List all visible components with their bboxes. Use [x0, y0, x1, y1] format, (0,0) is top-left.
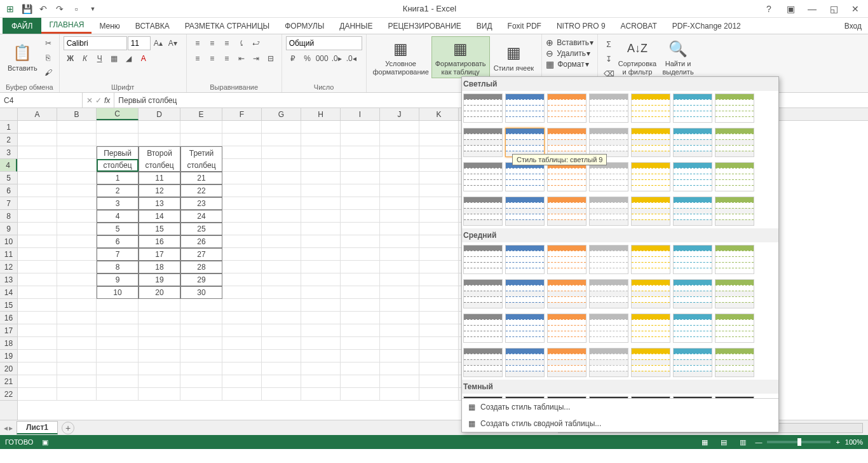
- cell-G15[interactable]: [262, 299, 301, 312]
- col-header-G[interactable]: G: [262, 108, 301, 120]
- col-header-I[interactable]: I: [341, 108, 380, 120]
- table-style-swatch[interactable]: [505, 314, 545, 343]
- cell-F4[interactable]: [222, 159, 262, 172]
- cell-D5[interactable]: 11: [139, 172, 180, 184]
- table-style-swatch[interactable]: [589, 197, 628, 226]
- cell-I15[interactable]: [341, 299, 380, 312]
- cell-G7[interactable]: [262, 197, 301, 210]
- cell-K14[interactable]: [419, 286, 459, 299]
- increase-font-icon[interactable]: A▴: [151, 36, 165, 50]
- row-header-2[interactable]: 2: [0, 134, 17, 146]
- font-size-select[interactable]: [128, 36, 151, 50]
- cell-C15[interactable]: [97, 299, 139, 312]
- cell-B6[interactable]: [57, 184, 97, 197]
- cell-E13[interactable]: 29: [180, 273, 222, 286]
- cell-K9[interactable]: [419, 223, 459, 235]
- cell-H18[interactable]: [301, 337, 341, 350]
- fx-icon[interactable]: fx: [104, 96, 110, 105]
- table-style-swatch[interactable]: [505, 197, 545, 226]
- percent-icon[interactable]: %: [301, 52, 315, 66]
- redo-icon[interactable]: ↷: [52, 2, 67, 16]
- cell-F15[interactable]: [222, 299, 262, 312]
- wrap-text-icon[interactable]: ⮐: [249, 36, 263, 50]
- cell-K13[interactable]: [419, 273, 459, 286]
- table-style-swatch[interactable]: [589, 279, 628, 308]
- cell-A14[interactable]: [18, 286, 57, 299]
- cell-F10[interactable]: [222, 235, 262, 248]
- row-header-8[interactable]: 8: [0, 210, 17, 223]
- table-style-swatch[interactable]: [589, 314, 628, 343]
- cell-D15[interactable]: [139, 299, 180, 312]
- decrease-decimal-icon[interactable]: .0◂: [344, 52, 358, 66]
- cell-A10[interactable]: [18, 235, 57, 248]
- fill-icon[interactable]: ↧: [602, 52, 616, 66]
- cell-D12[interactable]: 18: [139, 261, 180, 273]
- cell-G22[interactable]: [262, 388, 301, 401]
- cell-J18[interactable]: [380, 337, 419, 350]
- cell-C7[interactable]: 3: [97, 197, 139, 210]
- table-style-swatch[interactable]: [715, 348, 754, 377]
- tab-разметка-страницы[interactable]: РАЗМЕТКА СТРАНИЦЫ: [177, 18, 278, 34]
- tab-file[interactable]: ФАЙЛ: [3, 18, 41, 34]
- cut-icon[interactable]: ✂: [41, 36, 55, 50]
- new-table-style-button[interactable]: ▦ Создать стиль таблицы...: [462, 399, 778, 415]
- cell-B14[interactable]: [57, 286, 97, 299]
- cell-D13[interactable]: 19: [139, 273, 180, 286]
- cell-E17[interactable]: [180, 324, 222, 337]
- cell-H15[interactable]: [301, 299, 341, 312]
- cell-K5[interactable]: [419, 172, 459, 184]
- cell-B18[interactable]: [57, 337, 97, 350]
- table-style-swatch[interactable]: [463, 314, 503, 343]
- cell-A2[interactable]: [18, 134, 57, 146]
- cell-G9[interactable]: [262, 223, 301, 235]
- cell-K20[interactable]: [419, 363, 459, 375]
- cell-B13[interactable]: [57, 273, 97, 286]
- table-style-swatch[interactable]: [589, 396, 628, 398]
- cell-D8[interactable]: 14: [139, 210, 180, 223]
- cell-E1[interactable]: [180, 121, 222, 134]
- table-style-swatch[interactable]: [673, 128, 712, 157]
- cell-K17[interactable]: [419, 324, 459, 337]
- cell-F6[interactable]: [222, 184, 262, 197]
- increase-indent-icon[interactable]: ⇥: [249, 52, 263, 66]
- row-header-7[interactable]: 7: [0, 197, 17, 210]
- close-icon[interactable]: ✕: [845, 2, 865, 16]
- cell-A4[interactable]: [18, 159, 57, 172]
- underline-button[interactable]: Ч: [93, 52, 107, 66]
- row-header-5[interactable]: 5: [0, 172, 17, 184]
- align-top-icon[interactable]: ≡: [191, 36, 205, 50]
- tab-данные[interactable]: ДАННЫЕ: [332, 18, 380, 34]
- col-header-K[interactable]: K: [419, 108, 459, 120]
- decrease-indent-icon[interactable]: ⇤: [234, 52, 248, 66]
- table-style-swatch[interactable]: [463, 396, 503, 398]
- row-header-15[interactable]: 15: [0, 299, 17, 312]
- cell-F19[interactable]: [222, 350, 262, 363]
- number-format-select[interactable]: [286, 36, 362, 50]
- table-style-swatch[interactable]: [505, 245, 545, 274]
- decrease-font-icon[interactable]: A▾: [166, 36, 180, 50]
- fill-color-icon[interactable]: ◢: [122, 52, 136, 66]
- table-style-swatch[interactable]: [463, 128, 503, 157]
- cell-I3[interactable]: [341, 146, 380, 159]
- cell-K4[interactable]: [419, 159, 459, 172]
- table-style-swatch[interactable]: [715, 162, 754, 191]
- cell-styles-button[interactable]: ▦ Стили ячеек: [490, 36, 538, 78]
- sheet-tab-active[interactable]: Лист1: [17, 421, 58, 434]
- cell-A11[interactable]: [18, 248, 57, 261]
- cell-G19[interactable]: [262, 350, 301, 363]
- increase-decimal-icon[interactable]: .0▸: [330, 52, 344, 66]
- cell-J2[interactable]: [380, 134, 419, 146]
- cell-C12[interactable]: 8: [97, 261, 139, 273]
- cell-I22[interactable]: [341, 388, 380, 401]
- cell-I14[interactable]: [341, 286, 380, 299]
- cell-H20[interactable]: [301, 363, 341, 375]
- cell-A13[interactable]: [18, 273, 57, 286]
- cell-D6[interactable]: 12: [139, 184, 180, 197]
- ribbon-options-icon[interactable]: ▣: [780, 2, 801, 16]
- cell-E2[interactable]: [180, 134, 222, 146]
- cell-D10[interactable]: 16: [139, 235, 180, 248]
- cell-E4[interactable]: столбец: [180, 159, 222, 172]
- insert-cells-button[interactable]: ⊕Вставить ▾: [546, 38, 593, 48]
- table-style-swatch[interactable]: [547, 279, 587, 308]
- table-style-swatch[interactable]: [463, 245, 503, 274]
